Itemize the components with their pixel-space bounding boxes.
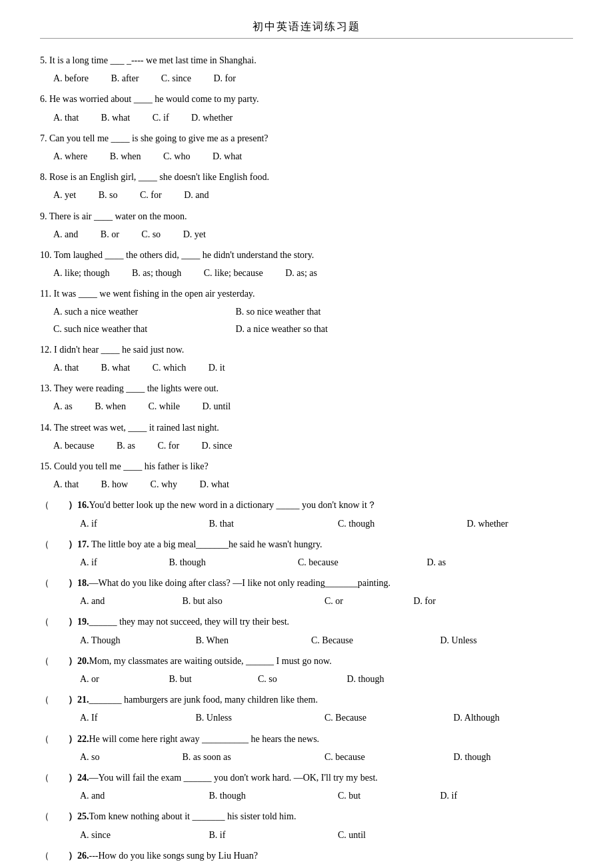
question-26: （ ）26.---How do you like songs sung by L… bbox=[40, 847, 573, 868]
question-20: （ ）20.Mom, my classmates are waiting out… bbox=[40, 653, 573, 687]
question-16: （ ）16.You'd better look up the new word … bbox=[40, 497, 573, 531]
questions-section: 5. It is a long time ___ _---- we met la… bbox=[40, 52, 573, 868]
question-21: （ ）21._______ hamburgers are junk food, … bbox=[40, 691, 573, 726]
question-22: （ ）22.He will come here right away _____… bbox=[40, 731, 573, 765]
page-title: 初中英语连词练习题 bbox=[40, 20, 573, 34]
question-18: （ ）18.—What do you like doing after clas… bbox=[40, 575, 573, 609]
question-5: 5. It is a long time ___ _---- we met la… bbox=[40, 52, 573, 87]
question-19: （ ）19.______ they may not succeed, they … bbox=[40, 613, 573, 648]
question-7: 7. Can you tell me ____ is she going to … bbox=[40, 130, 573, 165]
question-10: 10. Tom laughed ____ the others did, ___… bbox=[40, 247, 573, 281]
question-24: （ ）24.—You will fail the exam ______ you… bbox=[40, 769, 573, 804]
question-8: 8. Rose is an English girl, ____ she doe… bbox=[40, 169, 573, 203]
question-11: 11. It was ____ we went fishing in the o… bbox=[40, 285, 573, 337]
question-12: 12. I didn't hear ____ he said just now.… bbox=[40, 341, 573, 376]
question-15: 15. Could you tell me ____ his father is… bbox=[40, 458, 573, 493]
question-25: （ ）25.Tom knew nothing about it _______ … bbox=[40, 808, 573, 843]
question-14: 14. The street was wet, ____ it rained l… bbox=[40, 419, 573, 454]
question-9: 9. There is air ____ water on the moon. … bbox=[40, 208, 573, 243]
question-17: （ ）17. The little boy ate a big meal____… bbox=[40, 536, 573, 571]
question-13: 13. They were reading ____ the lights we… bbox=[40, 380, 573, 415]
question-6: 6. He was worried about ____ he would co… bbox=[40, 91, 573, 125]
